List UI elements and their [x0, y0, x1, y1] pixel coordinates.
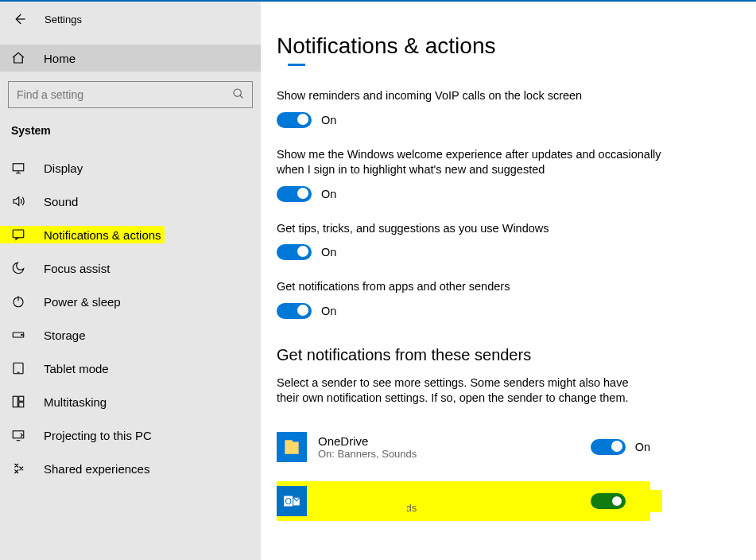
svg-point-5: [21, 334, 23, 336]
toggle-knob: [611, 441, 622, 452]
sidebar-item-label: Storage: [44, 329, 86, 342]
svg-rect-7: [13, 396, 17, 407]
outlook-icon: O: [277, 486, 307, 516]
sidebar-item-label: Shared experiences: [44, 462, 149, 476]
setting-text: Show me the Windows welcome experience a…: [277, 147, 690, 178]
sound-icon: [10, 194, 26, 208]
main-content: Notifications & actions Show reminders a…: [261, 2, 756, 560]
svg-rect-2: [13, 230, 24, 238]
highlight-marker: [315, 487, 407, 515]
sidebar-item-storage[interactable]: Storage: [0, 318, 261, 352]
toggle-knob: [297, 114, 308, 125]
home-nav[interactable]: Home: [0, 45, 261, 72]
accent-bar: [288, 64, 305, 66]
home-label: Home: [44, 52, 76, 65]
onedrive-icon: [277, 432, 307, 462]
sidebar-item-sound[interactable]: Sound: [0, 185, 261, 218]
sender-name: OneDrive: [318, 434, 591, 448]
toggle-sender-onedrive[interactable]: [591, 439, 626, 455]
svg-rect-1: [13, 164, 24, 171]
sidebar-item-label: Sound: [44, 195, 78, 208]
search-input[interactable]: [8, 81, 253, 108]
toggle-state-label: On: [321, 114, 336, 126]
sidebar-item-shared-experiences[interactable]: Shared experiences: [0, 452, 261, 485]
sender-row-onedrive[interactable]: OneDrive On: Banners, Sounds On: [277, 427, 650, 467]
page-title: Notifications & actions: [277, 33, 756, 59]
toggle-state-label: On: [635, 441, 650, 453]
back-arrow-icon: [12, 12, 26, 26]
setting-welcome-experience: Show me the Windows welcome experience a…: [277, 147, 690, 202]
sidebar-item-label: Focus assist: [44, 262, 110, 275]
setting-text: Show reminders and incoming VoIP calls o…: [277, 88, 690, 104]
sidebar-item-label: Tablet mode: [44, 362, 109, 375]
sender-row-outlook[interactable]: O Outlook 2016 On: Banners, Sounds On: [277, 481, 650, 521]
storage-icon: [10, 328, 26, 342]
tablet-icon: [10, 361, 26, 375]
senders-description: Select a sender to see more settings. So…: [277, 375, 642, 406]
sidebar-item-power-sleep[interactable]: Power & sleep: [0, 285, 261, 318]
setting-app-notifications: Get notifications from apps and other se…: [277, 279, 690, 319]
sidebar-item-tablet-mode[interactable]: Tablet mode: [0, 352, 261, 385]
toggle-knob: [297, 305, 308, 316]
sidebar-item-label: Display: [44, 161, 83, 175]
sidebar-item-label: Notifications & actions: [44, 228, 161, 242]
toggle-sender-outlook[interactable]: [591, 493, 626, 509]
setting-tips: Get tips, tricks, and suggestions as you…: [277, 221, 690, 261]
setting-text: Get notifications from apps and other se…: [277, 279, 690, 295]
sidebar-item-label: Projecting to this PC: [44, 429, 152, 442]
toggle-welcome-experience[interactable]: [277, 186, 312, 202]
svg-text:O: O: [285, 496, 291, 506]
svg-rect-8: [19, 396, 24, 401]
notifications-icon: [10, 228, 26, 242]
sidebar-nav: Display Sound Notifications & actions Fo…: [0, 148, 261, 485]
setting-lock-screen: Show reminders and incoming VoIP calls o…: [277, 88, 690, 128]
focus-assist-icon: [10, 261, 26, 275]
sender-sub: On: Banners, Sounds: [318, 448, 591, 460]
home-icon: [10, 51, 26, 65]
sidebar-item-multitasking[interactable]: Multitasking: [0, 385, 261, 418]
sidebar-item-label: Multitasking: [44, 395, 107, 409]
toggle-tips[interactable]: [277, 244, 312, 260]
power-icon: [10, 294, 26, 309]
toggle-state-label: On: [321, 305, 336, 317]
section-label: System: [0, 119, 261, 148]
toggle-app-notifications[interactable]: [277, 303, 312, 319]
search-container: [8, 81, 253, 108]
sidebar-item-projecting[interactable]: Projecting to this PC: [0, 418, 261, 452]
projecting-icon: [10, 428, 26, 442]
sidebar-item-label: Power & sleep: [44, 295, 121, 309]
sidebar-item-display[interactable]: Display: [0, 151, 261, 185]
toggle-knob: [612, 496, 622, 506]
sidebar-item-focus-assist[interactable]: Focus assist: [0, 251, 261, 285]
svg-rect-9: [19, 402, 24, 407]
titlebar: Settings: [0, 2, 261, 45]
toggle-knob: [297, 188, 308, 199]
toggle-state-label: On: [321, 188, 336, 200]
back-button[interactable]: [10, 10, 29, 29]
toggle-state-label: On: [321, 246, 336, 259]
toggle-knob: [297, 246, 308, 257]
sidebar-item-notifications[interactable]: Notifications & actions: [0, 218, 261, 251]
multitasking-icon: [10, 395, 26, 409]
setting-text: Get tips, tricks, and suggestions as you…: [277, 221, 690, 237]
display-icon: [10, 161, 26, 175]
toggle-lock-screen[interactable]: [277, 112, 312, 128]
shared-icon: [10, 461, 26, 476]
sidebar: Settings Home System Display Sound: [0, 2, 261, 560]
window-title: Settings: [45, 14, 82, 25]
senders-heading: Get notifications from these senders: [277, 346, 756, 364]
